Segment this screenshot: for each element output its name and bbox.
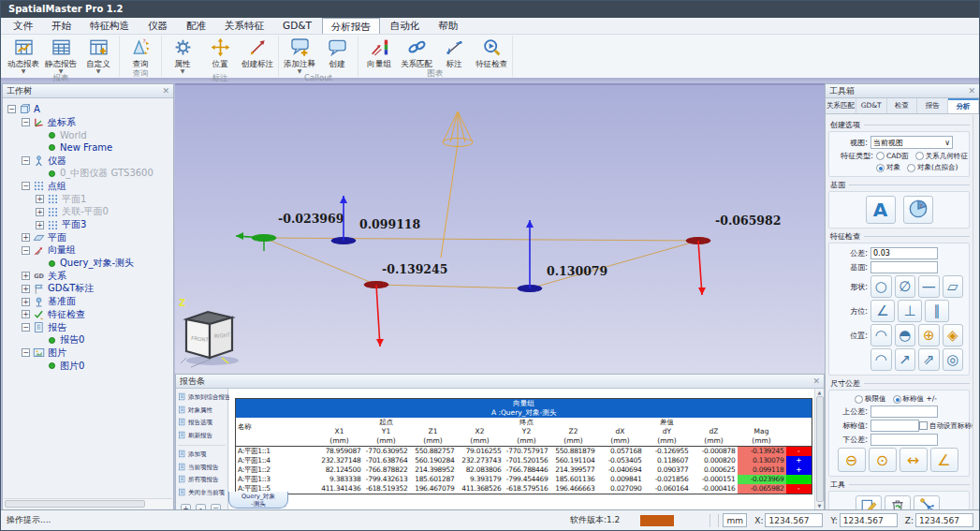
- radio-CAD面[interactable]: CAD面: [876, 152, 909, 161]
- datum-letter-button[interactable]: A: [866, 196, 896, 224]
- arc-button[interactable]: ◠: [870, 348, 892, 371]
- tree-expander-icon[interactable]: −: [22, 156, 30, 165]
- toolbox-scrollbar[interactable]: [973, 115, 979, 509]
- ribbon-button-标注[interactable]: 标注: [435, 36, 473, 68]
- ribbon-button-查询[interactable]: ?查询: [122, 36, 159, 68]
- angle-dim-button[interactable]: ∠: [930, 448, 958, 472]
- toolbox-tab-分析[interactable]: 分析: [948, 98, 979, 113]
- flatness-button[interactable]: ▱: [943, 275, 964, 298]
- menu-item-自动化[interactable]: 自动化: [382, 18, 429, 34]
- tree-expander-icon[interactable]: +: [36, 221, 44, 229]
- tree-item-Query_对象-测头[interactable]: Query_对象-测头: [7, 257, 173, 270]
- unit-field[interactable]: mm: [723, 513, 747, 527]
- tree-expander-icon[interactable]: +: [36, 208, 44, 216]
- command-报告选项[interactable]: 报告选项: [176, 417, 227, 430]
- tree-expander-icon[interactable]: +: [36, 195, 44, 203]
- symmetry-button[interactable]: ◈: [943, 324, 964, 347]
- command-对象属性[interactable]: 对象属性: [176, 405, 227, 418]
- position-button[interactable]: ⊕: [918, 324, 940, 347]
- tree-expander-icon[interactable]: −: [22, 182, 30, 190]
- table-row[interactable]: A:平面1::5411.341436-618.519352196.4670794…: [236, 484, 812, 494]
- close-icon[interactable]: ✕: [968, 87, 975, 96]
- parallel-button[interactable]: ∥: [925, 300, 949, 322]
- datum-pie-button[interactable]: ?: [903, 196, 933, 224]
- menu-item-帮助[interactable]: 帮助: [430, 18, 466, 34]
- radio-对象(点拟合)[interactable]: 对象(点拟合): [907, 163, 958, 172]
- menu-item-GD&T[interactable]: GD&T: [274, 18, 320, 34]
- menu-item-仪器[interactable]: 仪器: [139, 18, 176, 34]
- table-row[interactable]: A:平面1::39.383338-799.432613185.6012879.3…: [236, 475, 812, 484]
- tree-expander-icon[interactable]: −: [7, 105, 16, 113]
- tree-item-坐标系[interactable]: −坐标系: [7, 116, 173, 129]
- runout-button[interactable]: ↗: [895, 348, 916, 371]
- measurement-marker[interactable]: [518, 220, 542, 292]
- probe-button[interactable]: [914, 495, 940, 509]
- toolbox-tab-GD&T[interactable]: GD&T: [856, 98, 887, 113]
- tree-expander-icon[interactable]: +: [22, 233, 30, 242]
- toolbox-tab-关系匹配[interactable]: 关系匹配: [826, 98, 856, 113]
- ribbon-button-创建标注[interactable]: 创建标注: [239, 36, 276, 68]
- tree-expander-icon[interactable]: +: [22, 285, 30, 293]
- viewport-3d[interactable]: -0.0239690.099118-0.1392450.130079-0.065…: [175, 83, 825, 374]
- angle-button[interactable]: ∠: [870, 300, 895, 322]
- trash-button[interactable]: [885, 495, 911, 509]
- toolbox-tab-检查[interactable]: 检查: [887, 98, 918, 113]
- close-icon[interactable]: ✕: [812, 377, 820, 386]
- scroll-up-icon[interactable]: ▲: [818, 390, 822, 395]
- tree-item-0_中图仪器 GTS3600[interactable]: 0_中图仪器 GTS3600: [7, 167, 173, 180]
- command-所有项报告[interactable]: 所有项报告: [176, 474, 227, 487]
- command-当前项报告[interactable]: 当前项报告: [176, 462, 227, 475]
- nominal-input[interactable]: [870, 420, 919, 432]
- ribbon-button-关系匹配[interactable]: 关系匹配: [398, 36, 435, 68]
- profile-surface-button[interactable]: ◓: [895, 324, 916, 347]
- edit-button[interactable]: [856, 495, 882, 509]
- distance-button[interactable]: ↔: [900, 448, 928, 472]
- auto-nominal-checkbox[interactable]: [919, 421, 928, 430]
- tree-item-特征检查[interactable]: +特征检查: [7, 308, 173, 321]
- coordinate-x-field[interactable]: 1234.567: [765, 513, 823, 527]
- tree-item-New Frame[interactable]: New Frame: [7, 141, 173, 155]
- tree-expander-icon[interactable]: +: [22, 298, 30, 306]
- tree-expander-icon[interactable]: +: [22, 310, 30, 318]
- cylindricity-button[interactable]: ∅: [895, 275, 916, 298]
- radio-标称值 +/-[interactable]: 标称值 +/-: [893, 394, 937, 404]
- tree-item-平面3[interactable]: +平面3: [7, 218, 173, 231]
- tolerance-input[interactable]: [870, 247, 938, 259]
- tree-item-World[interactable]: World: [7, 128, 173, 141]
- command-添加项[interactable]: 添加项: [176, 449, 227, 462]
- ribbon-button-动态报表[interactable]: 动态报表▼: [5, 36, 42, 73]
- menu-item-特征构造[interactable]: 特征构造: [81, 18, 138, 34]
- coordinate-z-field[interactable]: 1234.567: [915, 513, 973, 527]
- tree-item-报告[interactable]: −报告: [7, 321, 173, 334]
- circle-button[interactable]: ○: [870, 275, 892, 298]
- tree-item-图片0[interactable]: 图片0: [7, 360, 173, 373]
- toolbox-tab-报告[interactable]: 报告: [917, 98, 948, 113]
- radius-button[interactable]: ⊙: [869, 448, 897, 472]
- tree-expander-icon[interactable]: −: [22, 246, 30, 255]
- table-row[interactable]: A:平面1::4232.327148-701.638764560.1902842…: [236, 456, 812, 465]
- command-刷新报告[interactable]: 刷新报告: [176, 430, 227, 443]
- concentricity-button[interactable]: ◎: [943, 348, 964, 371]
- table-row[interactable]: A:平面1::282.124500-766.878822214.39895282…: [236, 465, 812, 475]
- tree-item-A[interactable]: −A: [7, 103, 173, 116]
- radio-对象[interactable]: 对象: [876, 163, 900, 172]
- ribbon-button-静态报告[interactable]: 静态报告▼: [42, 36, 80, 73]
- radio-极限值[interactable]: 极限值: [855, 394, 886, 404]
- menu-item-文件[interactable]: 文件: [5, 18, 41, 34]
- measurement-marker[interactable]: [364, 282, 388, 347]
- tree-item-平面[interactable]: +平面: [7, 231, 173, 244]
- scroll-down-icon[interactable]: ▼: [818, 503, 822, 509]
- table-row[interactable]: A:平面1::178.959087-770.630952550.88275779…: [236, 447, 812, 457]
- measurement-marker[interactable]: [236, 232, 276, 251]
- ribbon-button-添加注释[interactable]: 添加注释▼: [281, 36, 318, 73]
- menu-item-配准[interactable]: 配准: [178, 18, 214, 34]
- view-select[interactable]: 当前视图∨: [870, 136, 953, 149]
- tree-expander-icon[interactable]: −: [22, 118, 30, 126]
- report-tab-query[interactable]: Query_对象 -测头: [228, 492, 288, 509]
- menu-item-关系特征[interactable]: 关系特征: [216, 18, 272, 34]
- tree-item-GD&T标注[interactable]: +GD&T标注: [7, 283, 173, 296]
- coordinate-y-field[interactable]: 1234.567: [840, 513, 898, 527]
- measurement-marker[interactable]: [686, 238, 710, 296]
- ribbon-button-创建[interactable]: 创建: [318, 36, 356, 68]
- tree-item-基准面[interactable]: +基准面: [7, 295, 173, 308]
